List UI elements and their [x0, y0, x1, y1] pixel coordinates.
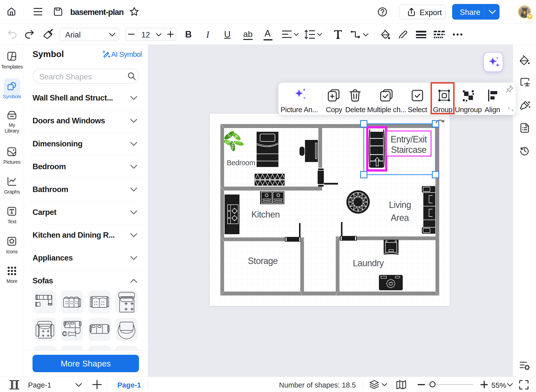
svg-text:Kitchen: Kitchen: [251, 209, 280, 220]
svg-text:Staircase: Staircase: [391, 145, 427, 155]
svg-text:Entry/Exit: Entry/Exit: [391, 134, 427, 144]
svg-text:Laundry: Laundry: [353, 258, 384, 268]
svg-text:Area: Area: [391, 213, 409, 223]
svg-text:Storage: Storage: [248, 256, 278, 266]
svg-text:Bedroom: Bedroom: [227, 159, 255, 167]
svg-text:Living: Living: [389, 200, 411, 210]
